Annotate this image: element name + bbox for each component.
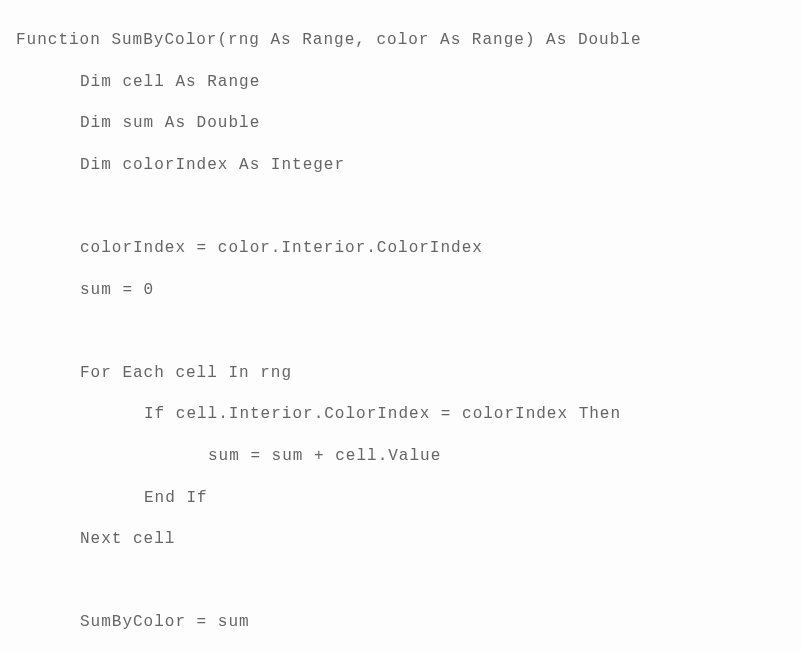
code-line: sum = 0	[16, 270, 785, 312]
blank-line	[16, 561, 785, 603]
code-line: Next cell	[16, 519, 785, 561]
code-line: colorIndex = color.Interior.ColorIndex	[16, 228, 785, 270]
code-line: For Each cell In rng	[16, 353, 785, 395]
blank-line	[16, 186, 785, 228]
code-line: Function SumByColor(rng As Range, color …	[16, 20, 785, 62]
code-line: sum = sum + cell.Value	[16, 436, 785, 478]
code-line: SumByColor = sum	[16, 602, 785, 644]
code-block: Function SumByColor(rng As Range, color …	[16, 20, 785, 653]
code-line: End Function	[16, 644, 785, 653]
code-line: If cell.Interior.ColorIndex = colorIndex…	[16, 394, 785, 436]
code-line: Dim colorIndex As Integer	[16, 145, 785, 187]
code-line: Dim sum As Double	[16, 103, 785, 145]
code-line: Dim cell As Range	[16, 62, 785, 104]
blank-line	[16, 311, 785, 353]
code-line: End If	[16, 478, 785, 520]
